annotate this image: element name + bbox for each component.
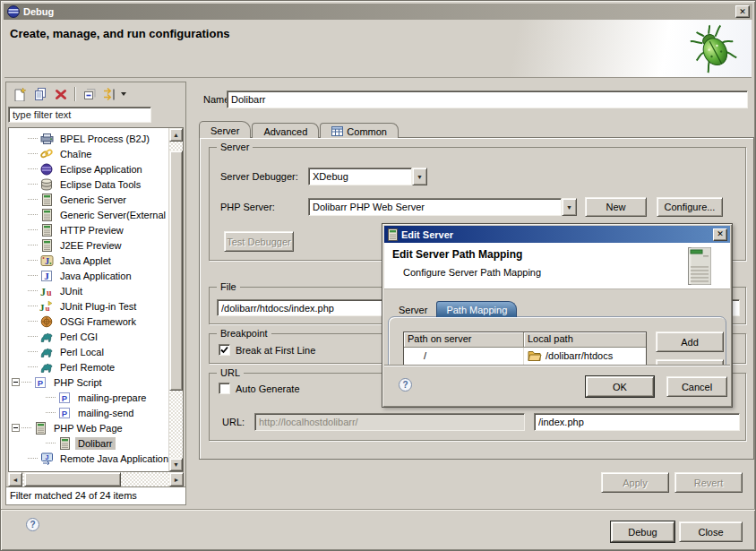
new-configuration-icon[interactable] <box>12 87 27 102</box>
base-url-input <box>254 413 525 431</box>
tree-expander-icon[interactable] <box>12 424 20 432</box>
remote-java-icon: J <box>39 452 54 465</box>
dialog-title: Edit Server <box>401 229 453 240</box>
footer-divider <box>1 509 755 510</box>
tree-item-label: PHP Script <box>51 376 105 389</box>
test-debugger-button[interactable]: Test Debugger <box>224 231 294 252</box>
tree-item-generic-server-external-la[interactable]: Generic Server(External La <box>9 207 168 222</box>
column-header-local-path[interactable]: Local path <box>524 332 646 348</box>
tree-item-http-preview[interactable]: HTTP Preview <box>9 222 168 237</box>
java-application-icon: J <box>39 269 54 282</box>
dialog-tab-area: Server Path Mapping Path on server Local… <box>384 289 730 405</box>
tree-item-java-application[interactable]: JJava Application <box>9 268 168 283</box>
dialog-tab-server[interactable]: Server <box>390 302 436 317</box>
svg-text:J: J <box>45 454 48 461</box>
tree-item-remote-java-application[interactable]: JRemote Java Application <box>9 451 168 466</box>
tree-item-perl-cgi[interactable]: Perl CGI <box>9 329 168 344</box>
tree-item-php-script[interactable]: PPHP Script <box>9 375 168 390</box>
tree-item-label: Chaîne <box>57 148 94 160</box>
server-debugger-combo[interactable]: XDebug ▼ <box>308 168 427 185</box>
scroll-up-button[interactable]: ▲ <box>169 128 183 142</box>
apply-button[interactable]: Apply <box>601 472 669 493</box>
tree-item-label: Eclipse Data Tools <box>57 178 143 191</box>
dialog-close-button[interactable]: ✕ <box>713 228 727 241</box>
scroll-thumb-horizontal[interactable] <box>24 472 121 486</box>
tree-horizontal-scrollbar[interactable]: ◄ ► <box>8 472 184 486</box>
svg-text:u: u <box>47 287 52 297</box>
tree-item-j2ee-preview[interactable]: J2EE Preview <box>9 237 168 253</box>
chevron-down-icon[interactable]: ▼ <box>412 168 427 185</box>
scroll-left-button[interactable]: ◄ <box>8 472 22 486</box>
tree-item-perl-local[interactable]: Perl Local <box>9 344 168 359</box>
tree-item-bpel-process-b2j[interactable]: BPEL Process (B2J) <box>9 131 168 146</box>
php-server-combo[interactable]: Dolibarr PHP Web Server ▼ <box>308 198 577 216</box>
help-icon[interactable]: ? <box>26 518 39 531</box>
name-input[interactable] <box>227 90 748 108</box>
path-mapping-row[interactable]: //dolibarr/htdocs <box>404 348 646 363</box>
tree-item-mailing-send[interactable]: Pmailing-send <box>9 405 168 420</box>
tree-item-eclipse-data-tools[interactable]: Eclipse Data Tools <box>9 176 168 192</box>
php-icon: P <box>57 391 72 404</box>
scroll-right-button[interactable]: ► <box>169 472 184 486</box>
tree-expander-icon[interactable] <box>12 378 20 386</box>
dialog-tab-path-mapping[interactable]: Path Mapping <box>436 301 517 317</box>
revert-button[interactable]: Revert <box>674 472 743 493</box>
tree-item-label: Perl Remote <box>57 361 117 374</box>
column-header-path-on-server[interactable]: Path on server <box>404 332 524 348</box>
configurations-panel: BPEL Process (B2J)ChaîneEclipse Applicat… <box>5 82 186 505</box>
tree-item-eclipse-application[interactable]: Eclipse Application <box>9 161 168 176</box>
perl-icon <box>39 345 54 358</box>
tree-vertical-scrollbar[interactable]: ▲ ▼ <box>168 128 183 471</box>
tree-item-junit-plug-in-test[interactable]: JuJUnit Plug-in Test <box>9 298 168 314</box>
svg-text:J: J <box>45 256 49 266</box>
php-icon: P <box>33 375 47 389</box>
tree-item-cha-ne[interactable]: Chaîne <box>9 146 168 161</box>
server-icon <box>57 436 72 450</box>
tab-common[interactable]: Common <box>320 123 399 138</box>
delete-configuration-icon[interactable] <box>53 87 68 102</box>
filter-configurations-icon[interactable] <box>102 87 117 102</box>
scroll-down-button[interactable]: ▼ <box>169 458 183 471</box>
filter-status: Filter matched 24 of 24 items <box>6 486 185 504</box>
dropdown-arrow-icon[interactable] <box>121 92 126 96</box>
close-button[interactable]: Close <box>679 521 743 542</box>
add-mapping-button[interactable]: Add <box>656 331 724 352</box>
ok-button[interactable]: OK <box>586 376 654 397</box>
new-server-button[interactable]: New <box>585 197 647 217</box>
tree-item-php-web-page[interactable]: PHP Web Page <box>9 420 168 435</box>
auto-generate-checkbox[interactable] <box>219 383 230 394</box>
tree-item-junit[interactable]: JuJUnit <box>9 283 168 298</box>
configure-server-button[interactable]: Configure... <box>657 197 723 217</box>
dialog-help-icon[interactable]: ? <box>399 378 412 392</box>
filter-input[interactable] <box>8 107 151 123</box>
duplicate-configuration-icon[interactable] <box>32 87 47 102</box>
tree-item-generic-server[interactable]: Generic Server <box>9 192 168 207</box>
debug-button[interactable]: Debug <box>611 521 674 542</box>
tree-item-dolibarr[interactable]: Dolibarr <box>9 435 168 451</box>
tree-item-mailing-prepare[interactable]: Pmailing-prepare <box>9 390 168 405</box>
chevron-down-icon[interactable]: ▼ <box>562 198 577 216</box>
config-tree: BPEL Process (B2J)ChaîneEclipse Applicat… <box>9 128 168 471</box>
tree-item-label: Generic Server <box>57 194 129 206</box>
tree-item-perl-remote[interactable]: Perl Remote <box>9 359 168 375</box>
common-tab-icon <box>331 126 343 136</box>
tree-item-label: BPEL Process (B2J) <box>57 133 152 145</box>
folder-icon <box>528 350 542 361</box>
junit-icon: Ju <box>39 284 54 297</box>
tab-server[interactable]: Server <box>199 121 251 138</box>
dialog-subheading: Configure Server Path Mapping <box>403 267 541 278</box>
configurations-toolbar <box>6 82 185 106</box>
window-close-button[interactable]: ✕ <box>735 5 750 18</box>
url-path-input[interactable] <box>534 413 740 431</box>
database-icon <box>39 177 54 191</box>
collapse-all-icon[interactable] <box>82 87 97 102</box>
scroll-thumb[interactable] <box>169 151 183 391</box>
svg-text:J: J <box>39 302 45 313</box>
cancel-button[interactable]: Cancel <box>666 376 727 397</box>
server-debugger-label: Server Debugger: <box>220 171 298 182</box>
server-icon <box>33 421 47 435</box>
break-at-first-line-checkbox[interactable] <box>219 344 230 356</box>
tab-advanced[interactable]: Advanced <box>252 123 319 138</box>
tree-item-java-applet[interactable]: JJava Applet <box>9 253 168 268</box>
tree-item-osgi-framework[interactable]: OSGi Framework <box>9 314 168 329</box>
